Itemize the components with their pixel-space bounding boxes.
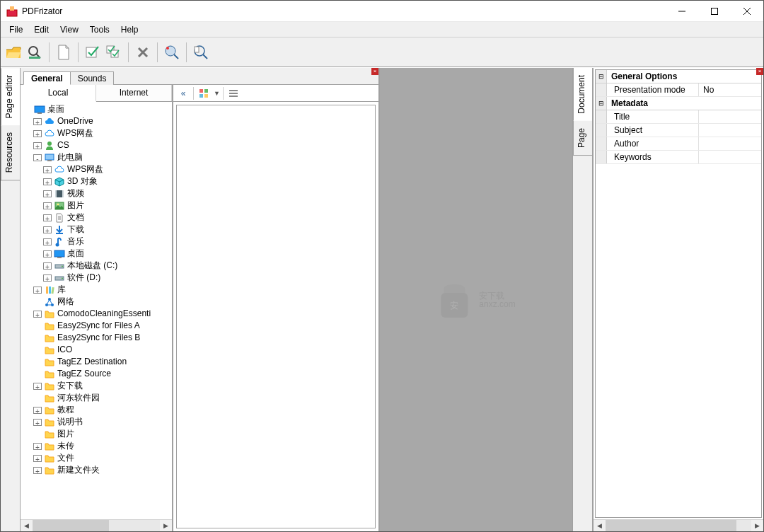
zoom-reset-button[interactable] (162, 40, 182, 64)
tree-hscrollbar[interactable]: ◀▶ (21, 519, 172, 531)
dropdown-icon[interactable]: ▼ (214, 90, 220, 97)
close-button[interactable] (731, 1, 763, 22)
prop-keywords-label: Keywords (607, 151, 699, 163)
new-page-button[interactable] (54, 40, 74, 64)
expand-icon[interactable]: + (33, 443, 42, 450)
expand-icon[interactable]: + (33, 287, 42, 294)
tree-item[interactable]: +安下载 (22, 380, 172, 392)
pane-close-button[interactable]: × (756, 68, 763, 75)
prop-title-value[interactable] (699, 110, 761, 123)
expand-icon[interactable]: + (43, 226, 52, 233)
expand-icon[interactable]: + (43, 274, 52, 282)
expand-icon[interactable]: + (33, 311, 42, 318)
tree-item[interactable]: -此电脑 (22, 151, 172, 163)
expand-icon[interactable]: + (43, 214, 52, 221)
view-list-button[interactable] (226, 86, 241, 100)
prop-keywords-value[interactable] (699, 151, 761, 163)
tree-item[interactable]: 河东软件园 (22, 392, 172, 404)
collapse-button[interactable]: « (176, 86, 190, 100)
maximize-button[interactable] (698, 1, 731, 22)
search-button[interactable] (25, 40, 45, 64)
tab-page-editor[interactable]: Page editor (1, 68, 20, 125)
prop-subject-value[interactable] (699, 124, 761, 137)
view-grid-button[interactable] (197, 86, 211, 100)
tree-item[interactable]: +本地磁盘 (C:) (22, 260, 172, 272)
expand-icon[interactable]: + (33, 467, 42, 474)
svg-rect-42 (49, 287, 51, 294)
expand-icon[interactable]: + (43, 262, 52, 270)
collapse-icon[interactable]: - (33, 154, 42, 161)
tree-item[interactable]: +教程 (22, 404, 172, 416)
collapse-icon[interactable]: ⊟ (596, 70, 607, 83)
tree-item[interactable]: +下载 (22, 224, 172, 236)
menu-tools[interactable]: Tools (84, 23, 115, 36)
folder-tree[interactable]: 桌面+OneDrive+WPS网盘+CS-此电脑+WPS网盘+3D 对象+视频+… (21, 102, 172, 519)
expand-icon[interactable]: + (43, 238, 52, 245)
prop-presentation-mode-value[interactable]: No (699, 83, 761, 96)
tree-item[interactable]: Easy2Sync for Files B (22, 332, 172, 344)
tree-item[interactable]: +未传 (22, 440, 172, 452)
menu-file[interactable]: File (4, 23, 28, 36)
tree-item[interactable]: +WPS网盘 (22, 163, 172, 175)
tab-general[interactable]: General (23, 71, 71, 85)
expand-icon[interactable]: + (43, 166, 52, 173)
expand-icon[interactable]: + (43, 250, 52, 258)
tab-sounds[interactable]: Sounds (70, 71, 115, 85)
tree-item[interactable]: Easy2Sync for Files A (22, 320, 172, 332)
tree-item[interactable]: +文件 (22, 452, 172, 464)
expand-icon[interactable]: + (33, 142, 42, 149)
preview-canvas[interactable]: 安 安下载 anxz.com (380, 68, 572, 531)
subtab-internet[interactable]: Internet (96, 85, 172, 101)
expand-icon[interactable]: + (33, 419, 42, 426)
check-single-button[interactable] (83, 40, 103, 64)
collapse-icon[interactable]: ⊟ (596, 97, 607, 110)
expand-icon[interactable]: + (33, 118, 42, 125)
tree-item[interactable]: +CS (22, 139, 172, 151)
tree-item[interactable]: +ComodoCleaningEssenti (22, 308, 172, 320)
subtab-local[interactable]: Local (21, 85, 96, 102)
prop-author-value[interactable] (699, 137, 761, 150)
expand-icon[interactable]: + (33, 455, 42, 462)
tree-item-label: WPS网盘 (57, 127, 93, 139)
tree-item[interactable]: +说明书 (22, 416, 172, 428)
delete-button[interactable] (133, 40, 153, 64)
expand-icon[interactable]: + (43, 190, 52, 197)
expand-icon[interactable]: + (43, 178, 52, 185)
zoom-fit-button[interactable] (191, 40, 211, 64)
tree-item[interactable]: +WPS网盘 (22, 127, 172, 139)
tree-item[interactable]: TagEZ Source (22, 368, 172, 380)
tree-item[interactable]: +桌面 (22, 248, 172, 260)
tree-item[interactable]: +软件 (D:) (22, 272, 172, 284)
minimize-button[interactable] (666, 1, 698, 22)
tree-item-label: CS (57, 139, 69, 151)
tree-item[interactable]: ICO (22, 344, 172, 356)
expand-icon[interactable]: + (43, 202, 52, 209)
pane-close-button[interactable]: × (371, 68, 378, 75)
expand-icon[interactable]: + (33, 383, 42, 390)
expand-icon[interactable]: + (33, 130, 42, 137)
menu-view[interactable]: View (54, 23, 84, 36)
properties-hscrollbar[interactable]: ◀▶ (594, 519, 763, 531)
tree-item[interactable]: +图片 (22, 200, 172, 212)
tree-item[interactable]: +3D 对象 (22, 175, 172, 187)
check-multi-button[interactable] (104, 40, 124, 64)
tab-document[interactable]: Document (573, 68, 592, 121)
tree-item[interactable]: 桌面 (22, 103, 172, 115)
thumbnail-list[interactable] (176, 105, 376, 528)
tab-page[interactable]: Page (573, 121, 592, 156)
tree-item-label: 未传 (57, 440, 74, 452)
tree-item[interactable]: +库 (22, 284, 172, 296)
tree-item[interactable]: +视频 (22, 187, 172, 200)
tree-item[interactable]: 图片 (22, 428, 172, 440)
expand-icon[interactable]: + (33, 407, 42, 414)
menu-help[interactable]: Help (115, 23, 144, 36)
tree-item[interactable]: TagEZ Destination (22, 356, 172, 368)
open-folder-button[interactable] (4, 40, 23, 64)
tree-item[interactable]: +音乐 (22, 236, 172, 248)
tree-item[interactable]: +文档 (22, 212, 172, 224)
menu-edit[interactable]: Edit (28, 23, 54, 36)
tree-item[interactable]: 网络 (22, 296, 172, 308)
tab-resources[interactable]: Resources (1, 125, 20, 180)
tree-item[interactable]: +新建文件夹 (22, 464, 172, 476)
tree-item[interactable]: +OneDrive (22, 115, 172, 127)
